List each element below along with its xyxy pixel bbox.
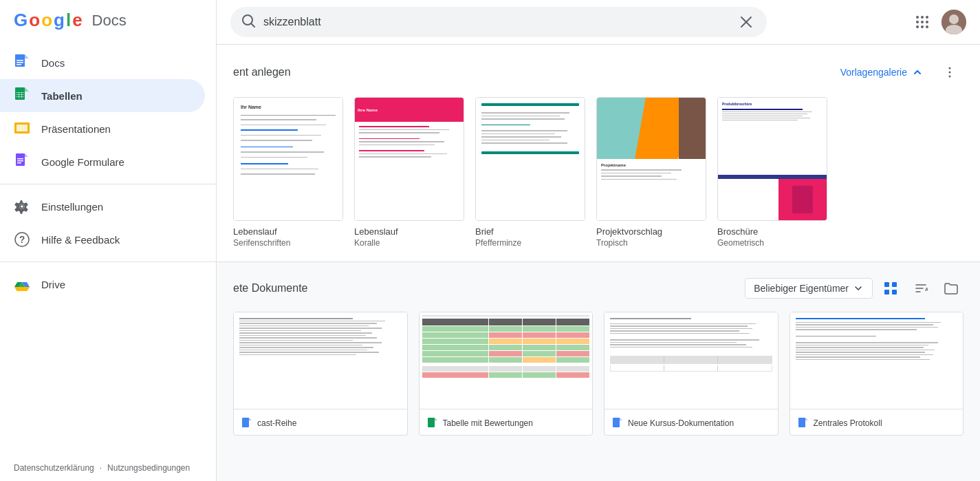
footer-separator: · (100, 463, 102, 473)
folder-view-button[interactable] (939, 276, 963, 301)
template-card-lebenslauf-serif[interactable]: Ihr Name Lebensl (233, 97, 343, 248)
logo-l: l (66, 10, 71, 31)
svg-point-32 (921, 25, 924, 28)
template-card-lebenslauf-coral[interactable]: Ihre Name (354, 97, 464, 248)
nav-divider-2 (0, 261, 216, 262)
doc-footer-0: cast-Reihe (234, 409, 407, 436)
template-name-2: Brief (475, 226, 585, 237)
search-bar[interactable] (230, 7, 767, 37)
templates-section-actions: Vorlagengalerie (834, 58, 963, 86)
doc-card-2[interactable]: Neue Kursus-Dokumentation (604, 312, 778, 436)
svg-point-30 (926, 21, 928, 23)
logo-o1: o (29, 10, 40, 31)
header (217, 0, 980, 45)
svg-rect-50 (613, 418, 620, 427)
owner-filter-button[interactable]: Beliebiger Eigentümer (745, 278, 873, 299)
apps-button[interactable] (908, 8, 936, 36)
terms-link[interactable]: Nutzungsbedingungen (107, 463, 190, 473)
template-thumb-lebenslauf-coral: Ihre Name (354, 97, 464, 221)
svg-rect-4 (15, 87, 25, 100)
svg-rect-48 (242, 418, 249, 427)
svg-point-28 (916, 21, 919, 23)
slides-icon (14, 120, 30, 137)
svg-rect-12 (16, 153, 25, 166)
sidebar-item-hilfe-label: Hilfe & Feedback (41, 234, 120, 246)
doc-footer-3: Zentrales Protokoll (790, 409, 963, 436)
svg-point-25 (916, 16, 919, 19)
sidebar-nav: Docs Tabellen (0, 41, 216, 455)
sort-button[interactable]: AZ (908, 276, 933, 301)
svg-rect-41 (892, 282, 897, 287)
header-actions (908, 8, 966, 36)
svg-rect-40 (884, 282, 889, 287)
template-card-projektvorschlag[interactable]: Projektname Projektvorschlag Tropisch (596, 97, 706, 248)
svg-rect-8 (19, 92, 19, 98)
sidebar-item-formulare-label: Google Formulare (41, 156, 124, 168)
sidebar-item-formulare[interactable]: Google Formulare (0, 145, 205, 178)
doc-footer-1: Tabelle mit Bewertungen (420, 409, 593, 436)
template-name-4: Broschüre (717, 226, 827, 237)
dokumente-header: ete Dokumente Beliebiger Eigentümer (233, 276, 963, 301)
svg-text:AZ: AZ (925, 287, 928, 292)
templates-more-button[interactable] (936, 58, 963, 86)
svg-text:?: ? (19, 234, 25, 245)
svg-point-37 (949, 67, 951, 70)
grid-view-button[interactable] (878, 276, 903, 301)
templates-grid: Ihr Name Lebensl (233, 97, 963, 248)
template-card-brief[interactable]: Brief Pfefferminze (475, 97, 585, 248)
vorlagengalerie-button[interactable]: Vorlagengalerie (834, 62, 930, 83)
vorlagengalerie-label: Vorlagengalerie (840, 67, 907, 78)
privacy-link[interactable]: Datenschutzerklärung (14, 463, 94, 473)
user-avatar[interactable] (941, 10, 966, 34)
svg-rect-13 (17, 158, 23, 160)
docs-icon (14, 54, 30, 71)
doc-icon-0 (242, 418, 252, 429)
product-name-label: Docs (92, 12, 127, 30)
folder-icon (944, 282, 958, 295)
sidebar-item-einstellungen[interactable]: Einstellungen (0, 190, 205, 223)
svg-point-38 (949, 72, 951, 74)
doc-card-1[interactable]: Tabelle mit Bewertungen (419, 312, 594, 436)
sidebar-item-docs[interactable]: Docs (0, 46, 205, 79)
svg-point-31 (916, 25, 919, 28)
svg-rect-3 (17, 64, 21, 65)
google-logo: G o o g l e (14, 10, 83, 31)
sidebar-item-hilfe[interactable]: ? Hilfe & Feedback (0, 223, 205, 256)
svg-point-35 (949, 14, 959, 24)
sidebar-item-praesentationen[interactable]: Präsentationen (0, 112, 205, 145)
drive-icon (14, 276, 30, 292)
more-vert-icon (943, 65, 957, 79)
grid-view-icon (884, 281, 897, 295)
svg-rect-9 (21, 92, 22, 98)
sidebar-item-einstellungen-label: Einstellungen (41, 201, 103, 213)
templates-section-header: ent anlegen Vorlagengalerie (233, 58, 963, 86)
template-thumb-projektvorschlag: Projektname (596, 97, 706, 221)
sidebar-item-drive[interactable]: Drive (0, 268, 205, 301)
doc-thumb-3 (790, 312, 963, 409)
doc-thumb-1 (420, 312, 593, 409)
owner-filter-label: Beliebiger Eigentümer (754, 283, 849, 294)
template-thumb-brief (475, 97, 585, 221)
search-clear-button[interactable] (737, 12, 756, 32)
svg-point-29 (921, 21, 924, 23)
template-subname-3: Tropisch (596, 238, 706, 248)
svg-rect-14 (17, 160, 23, 162)
templates-section-title: ent anlegen (233, 66, 291, 78)
svg-rect-7 (16, 96, 24, 97)
doc-card-3[interactable]: Zentrales Protokoll (790, 312, 964, 436)
sidebar-item-tabellen[interactable]: Tabellen (0, 79, 205, 112)
search-input[interactable] (263, 16, 728, 28)
template-card-broschure[interactable]: Produktbroschüre Broschüre Geome (717, 97, 827, 248)
sidebar-item-tabellen-label: Tabellen (41, 90, 83, 102)
doc-footer-2: Neue Kursus-Dokumentation (605, 409, 778, 436)
svg-point-33 (926, 25, 928, 28)
template-subname-1: Koralle (354, 238, 464, 248)
svg-rect-51 (798, 418, 805, 427)
sidebar-item-docs-label: Docs (41, 57, 65, 69)
template-subname-2: Pfefferminze (475, 238, 585, 248)
doc-card-0[interactable]: cast-Reihe (233, 312, 408, 436)
svg-rect-15 (17, 162, 21, 164)
template-name-0: Lebenslauf (233, 226, 343, 237)
dokumente-section: ete Dokumente Beliebiger Eigentümer (217, 262, 980, 449)
sidebar-logo: G o o g l e Docs (0, 0, 216, 41)
